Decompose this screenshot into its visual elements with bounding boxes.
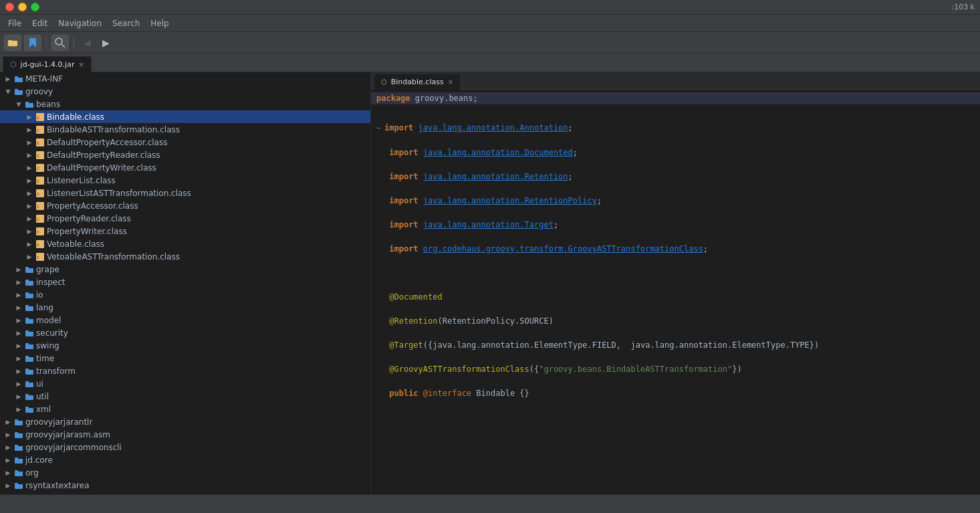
tree-item-bindable[interactable]: ▶ c Bindable.class [0,110,370,123]
toggle-security[interactable]: ▶ [13,330,24,336]
menu-file[interactable]: File [3,17,27,29]
tree-item-grape[interactable]: ▶ grape [0,263,370,276]
toggle-grape[interactable]: ▶ [13,266,24,273]
package-icon-beans [24,99,35,110]
toggle-bindable[interactable]: ▶ [24,114,35,120]
svg-text:c: c [37,140,39,146]
toggle-groovyjarjarantlr[interactable]: ▶ [3,419,13,425]
tree-panel[interactable]: ▶ META-INF ▼ groovy ▼ beans ▶ c [0,72,371,494]
svg-rect-49 [25,344,33,349]
tree-item-model[interactable]: ▶ model [0,314,370,326]
open-file-button[interactable] [4,35,21,51]
code-tab-close[interactable]: × [448,78,453,86]
tree-item-propaccess[interactable]: ▶ c PropertyAccessor.class [0,199,370,212]
toggle-bindableast[interactable]: ▶ [24,126,35,133]
file-tab-close[interactable]: × [78,61,84,68]
tree-item-defaultpropaccess[interactable]: ▶ c DefaultPropertyAccessor.class [0,136,370,148]
toggle-rsyntax[interactable]: ▶ [3,482,13,489]
package-icon-groovyjarjarasm [13,429,24,440]
tree-item-meta-inf[interactable]: ▶ META-INF [0,72,370,85]
close-button[interactable] [5,3,14,11]
toggle-swing[interactable]: ▶ [13,342,24,349]
toggle-transform[interactable]: ▶ [13,368,24,375]
toggle-lang[interactable]: ▶ [13,304,24,311]
tree-item-groovyjarjarcommons[interactable]: ▶ groovyjarjarcommonscli [0,441,370,453]
class-icon-propwriter: c [35,226,45,237]
tree-item-jdcore[interactable]: ▶ jd.core [0,453,370,466]
toggle-propaccess[interactable]: ▶ [24,203,35,209]
toggle-inspect[interactable]: ▶ [13,279,24,286]
tree-item-ui[interactable]: ▶ ui [0,377,370,390]
tree-item-io[interactable]: ▶ io [0,288,370,301]
svg-text:c: c [37,191,39,197]
toggle-groovy[interactable]: ▼ [3,88,13,95]
tree-item-util[interactable]: ▶ util [0,390,370,403]
class-decl: public @interface Bindable {} [376,387,975,399]
maximize-button[interactable] [31,3,39,11]
tree-item-propwriter[interactable]: ▶ c PropertyWriter.class [0,225,370,237]
package-icon-groovy [13,86,24,97]
forward-button[interactable]: ▶ [98,35,114,51]
toggle-propwriter[interactable]: ▶ [24,228,35,235]
toggle-io[interactable]: ▶ [13,292,24,298]
minimize-button[interactable] [18,3,27,11]
tree-item-transform[interactable]: ▶ transform [0,365,370,377]
toggle-defaultpropaccess[interactable]: ▶ [24,139,35,146]
menu-edit[interactable]: Edit [27,17,53,29]
search-button[interactable] [51,35,69,51]
back-button[interactable]: ◀ [79,35,95,51]
toggle-propreader[interactable]: ▶ [24,215,35,222]
svg-text:c: c [37,242,39,247]
menu-help[interactable]: Help [145,17,174,29]
tree-item-beans[interactable]: ▼ beans [0,98,370,110]
toggle-meta-inf[interactable]: ▶ [3,76,13,82]
tree-item-propreader[interactable]: ▶ c PropertyReader.class [0,212,370,225]
toggle-util[interactable]: ▶ [13,393,24,400]
tree-item-defaultpropwriter[interactable]: ▶ c DefaultPropertyWriter.class [0,161,370,174]
toggle-jdcore[interactable]: ▶ [3,457,13,464]
package-icon-org [13,468,24,478]
tree-item-time[interactable]: ▶ time [0,352,370,365]
tree-item-rsyntax[interactable]: ▶ rsyntaxtextarea [0,479,370,492]
toggle-listenerlistast[interactable]: ▶ [24,190,35,197]
tree-item-overview[interactable]: h overview.html [0,492,370,494]
search-icon [55,37,66,48]
toggle-time[interactable]: ▶ [13,355,24,362]
tree-item-security[interactable]: ▶ security [0,326,370,339]
toggle-ui[interactable]: ▶ [13,381,24,387]
tree-item-vetoableast[interactable]: ▶ c VetoableASTTransformation.class [0,250,370,263]
toggle-org[interactable]: ▶ [3,470,13,476]
menu-navigation[interactable]: Navigation [53,17,107,29]
tree-item-groovyjarjarantlr[interactable]: ▶ groovyjarjarantlr [0,415,370,428]
toggle-defaultpropreader[interactable]: ▶ [24,152,35,159]
toggle-xml[interactable]: ▶ [13,406,24,413]
svg-rect-11 [25,103,33,108]
toggle-listenerlist[interactable]: ▶ [24,177,35,184]
tree-item-inspect[interactable]: ▶ inspect [0,276,370,288]
toggle-beans[interactable]: ▼ [13,101,24,108]
tree-item-groovy[interactable]: ▼ groovy [0,85,370,98]
toggle-vetoableast[interactable]: ▶ [24,253,35,260]
toggle-defaultpropwriter[interactable]: ▶ [24,165,35,171]
toggle-model[interactable]: ▶ [13,317,24,324]
tree-item-vetoable[interactable]: ▶ c Vetoable.class [0,237,370,250]
toggle-groovyjarjarasm[interactable]: ▶ [3,431,13,438]
label-bindableast: BindableASTTransformation.class [47,125,180,134]
svg-rect-57 [25,395,33,400]
tree-item-listenerlist[interactable]: ▶ c ListenerList.class [0,174,370,187]
tree-item-swing[interactable]: ▶ swing [0,339,370,352]
tree-item-listenerlistast[interactable]: ▶ c ListenerListASTTransformation.class [0,187,370,199]
toggle-vetoable[interactable]: ▶ [24,241,35,247]
bookmark-button[interactable] [24,35,41,51]
tree-item-defaultpropreader[interactable]: ▶ c DefaultPropertyReader.class [0,148,370,161]
collapse-icon[interactable]: − [376,122,383,134]
code-tab-bindable[interactable]: ⬡ Bindable.class × [374,74,461,90]
tree-item-xml[interactable]: ▶ xml [0,403,370,415]
menu-search[interactable]: Search [107,17,145,29]
tree-item-org[interactable]: ▶ org [0,466,370,479]
tree-item-groovyjarjarasm[interactable]: ▶ groovyjarjarasm.asm [0,428,370,441]
file-tab-jdgui[interactable]: ⬡ jd-gui-1.4.0.jar × [3,56,92,72]
toggle-groovyjarjarcommons[interactable]: ▶ [3,444,13,451]
tree-item-bindableast[interactable]: ▶ c BindableASTTransformation.class [0,123,370,136]
tree-item-lang[interactable]: ▶ lang [0,301,370,314]
